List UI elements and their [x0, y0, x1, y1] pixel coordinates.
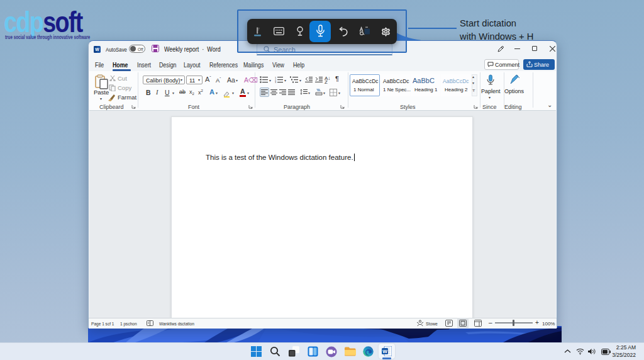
svg-text:W: W [382, 349, 387, 354]
svg-text:3: 3 [275, 81, 277, 83]
svg-text:W: W [95, 47, 99, 52]
